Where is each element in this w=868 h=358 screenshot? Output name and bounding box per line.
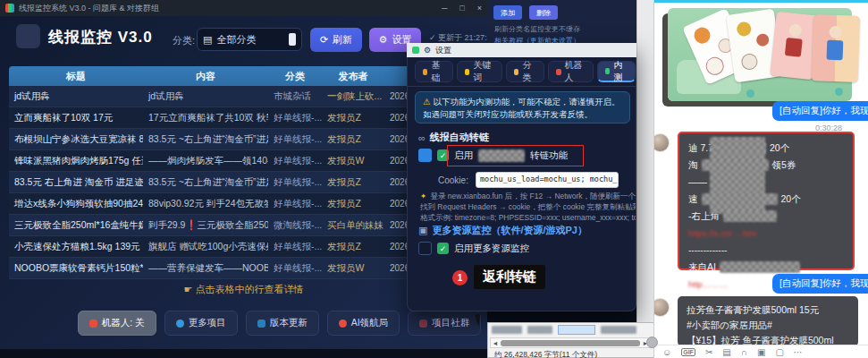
maximize-icon[interactable]: □ <box>459 4 464 13</box>
more-projects-button[interactable]: 更多项目 <box>164 311 238 336</box>
cell-content: 17元立而爽船袜了共10双 秋季恒后石... <box>143 112 268 124</box>
cell-publisher: 一剑陕上砍... <box>322 90 384 103</box>
tab-category-label: 分类 <box>522 59 536 84</box>
robot-icon <box>339 320 347 328</box>
enable-prefix: 启用 <box>454 149 473 162</box>
category-label: 分类: <box>173 34 195 47</box>
refresh-button[interactable]: ⟳ 刷新 <box>310 28 362 52</box>
scrollbar-thumb[interactable] <box>501 340 640 346</box>
cell-category: 好单线报-... <box>268 198 322 210</box>
section-link-convert: ∞ 线报自动转链 <box>418 131 489 144</box>
community-button[interactable]: 项目社群 <box>408 311 481 336</box>
horizontal-scrollbar[interactable]: ◄ ► <box>490 337 651 348</box>
tutorial-link[interactable]: 相关教程（更新前未设置） <box>494 36 580 43</box>
tab-category[interactable]: 分类 <box>506 61 544 82</box>
selected-file[interactable] <box>558 325 595 335</box>
checkbox-convert[interactable] <box>418 149 432 162</box>
tab-beta-label: 内测 <box>613 59 628 84</box>
settings-dialog: ⚙ 设置 基础 关键词 分类 机器人 <box>407 43 636 311</box>
monitor-icon: ▣ <box>418 225 427 236</box>
folder-icon <box>514 69 518 75</box>
background-settings-panel: 添加 删除 刷新分类名监控变更不缓存 相关教程（更新前未设置） <box>487 0 636 43</box>
redacted-link[interactable]: https://s.cn/….htm <box>688 225 844 242</box>
dialog-body: 基础 关键词 分类 机器人 内测 <box>407 57 636 311</box>
globe-icon <box>176 320 184 328</box>
scroll-left-icon[interactable]: ◄ <box>491 340 500 346</box>
col-header-content[interactable]: 内容 <box>143 70 268 83</box>
sticker-image[interactable] <box>668 8 852 101</box>
outgoing-message[interactable]: [自动回复]你好，我现 <box>772 101 868 121</box>
category-select[interactable]: ▤ 全部分类 <box>197 28 302 51</box>
add-button[interactable]: 添加 <box>493 5 522 20</box>
cookie-input[interactable]: mochu_us_load=mochu_us; mochu_us_notice <box>476 172 619 188</box>
minimize-icon[interactable]: ─ <box>442 4 447 13</box>
avatar[interactable] <box>653 133 670 152</box>
tab-keywords[interactable]: 关键词 <box>457 61 502 82</box>
robot-icon <box>556 69 561 75</box>
col-header-title[interactable]: 标题 <box>9 70 143 83</box>
explorer-row <box>492 325 636 335</box>
pencil-icon <box>605 68 610 74</box>
tab-robot[interactable]: 机器人 <box>548 61 594 82</box>
col-header-publisher[interactable]: 发布者 <box>322 70 384 83</box>
cell-title: NOOBO票康软骨素钙片150粒*2瓶3... <box>9 262 143 275</box>
chat-top-accent <box>654 0 868 3</box>
outgoing-message[interactable]: [自动回复]你好，我现 <box>772 274 868 294</box>
close-icon[interactable]: × <box>477 4 482 13</box>
dialog-titlebar: ⚙ 设置 <box>407 43 636 57</box>
chat-panel: [自动回复]你好，我现 0:30:28 迪 7.720个 淘领5券 —— 速20… <box>653 0 868 358</box>
cell-category: 好单线报-... <box>268 133 322 146</box>
capture-icon[interactable]: ▢ <box>775 347 783 357</box>
emoji-icon[interactable]: ☺ <box>662 347 671 357</box>
screenshot-scissors-icon[interactable]: ✂ <box>705 347 712 357</box>
select-scroll-chip <box>289 33 296 46</box>
col-header-category[interactable]: 分类 <box>268 70 322 83</box>
incoming-message[interactable]: 拉芳鱼子酱膏护发膜500ml 15元 #小卖部の家居用品# 【¥15】拉芳 鱼子… <box>678 296 858 346</box>
tab-basic[interactable]: 基础 <box>415 61 453 82</box>
cell-content: ——营养保健发车——NOOBO ... <box>143 262 268 275</box>
robot-toggle-button[interactable]: 机器人: 关 <box>78 311 156 336</box>
cell-publisher: 发报员Z <box>322 176 384 189</box>
ai-pilot-button[interactable]: AI领航局 <box>327 311 400 336</box>
cell-content: ——焗肉烤肠发车——领140-60补... <box>143 155 268 167</box>
page-title: 线报监控 V3.0 <box>48 27 153 47</box>
tab-keywords-label: 关键词 <box>473 59 494 84</box>
dialog-tabs: 基础 关键词 分类 机器人 内测 <box>415 61 636 82</box>
key-icon <box>465 69 470 75</box>
cell-publisher: 买白单的妹妹 <box>322 219 384 232</box>
section-more-resources: ▣ 更多资源监控（软件/资源/游戏PJ） <box>418 224 587 237</box>
file-icon[interactable]: ▤ <box>722 347 730 357</box>
gif-icon[interactable]: GIF <box>681 348 695 356</box>
refresh-button-label: 刷新 <box>333 33 352 47</box>
screenshot-scene: 线报监控系统 V3.0 - 问题库 & 对接群组 ─ □ × 线报监控 V3.0… <box>0 0 868 358</box>
ai-pilot-label: AI领航局 <box>351 317 388 329</box>
incoming-message-annotated[interactable]: 迪 7.720个 淘领5券 —— 速20个 -右上角 https://s.cn/… <box>678 132 855 270</box>
redacted-patch <box>527 326 552 334</box>
cell-publisher: 发报员W <box>322 262 384 275</box>
audio-icon[interactable]: ∩ <box>741 347 747 357</box>
image-icon[interactable]: ▣ <box>757 347 765 357</box>
explorer-fragment: ◄ ► 约 26,428,426 字节(11 个文件) <box>487 322 653 358</box>
check-icon: ✓ <box>437 243 449 254</box>
warning-icon: ⚠ <box>423 97 431 107</box>
background-window-strip <box>636 0 653 358</box>
beta-warning-box: ⚠以下功能为内测功能，可能不稳定，请谨慎开启。 如遇问题可关闭对应功能或联系开发… <box>415 91 630 124</box>
cell-title: jd试用犇 <box>9 90 143 103</box>
annotation-label: 返利转链 <box>474 265 545 289</box>
checkbox-resources[interactable] <box>418 242 432 255</box>
redacted-patch <box>717 142 766 154</box>
cookie-label: Cookie: <box>438 175 468 185</box>
delete-button[interactable]: 删除 <box>529 5 558 20</box>
tab-beta[interactable]: 内测 <box>597 61 636 82</box>
avatar[interactable] <box>653 298 670 317</box>
book-icon <box>257 320 265 328</box>
enable-suffix: 转链功能 <box>530 149 568 162</box>
image-ball <box>835 88 843 96</box>
floating-circle-button[interactable] <box>646 337 658 348</box>
more-icon[interactable]: ⋯ <box>794 347 803 357</box>
divider <box>408 86 636 87</box>
cell-publisher: 发报员Z <box>322 112 384 124</box>
cell-content: jd试用犇 <box>143 90 268 103</box>
cookie-row: Cookie: mochu_us_load=mochu_us; mochu_us… <box>438 172 619 188</box>
version-update-button[interactable]: 版本更新 <box>246 311 319 336</box>
